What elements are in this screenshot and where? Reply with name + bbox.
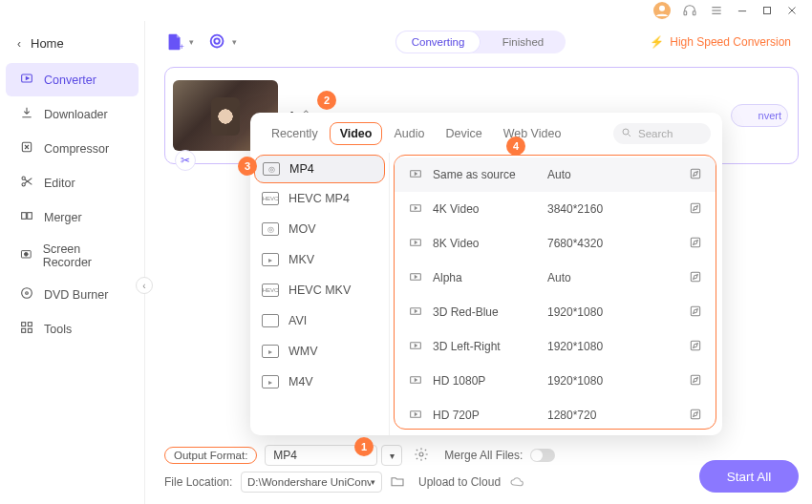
- convert-button[interactable]: nvert: [731, 104, 788, 127]
- tab-audio[interactable]: Audio: [384, 123, 434, 144]
- edit-preset-icon[interactable]: [689, 167, 702, 183]
- svg-marker-50: [415, 378, 417, 381]
- annotation-badge-4: 4: [506, 136, 525, 156]
- sidebar-item-label: DVD Burner: [44, 288, 108, 302]
- video-icon: [408, 338, 423, 356]
- resolution-item[interactable]: 4K Video3840*2160: [395, 192, 716, 226]
- tab-device[interactable]: Device: [436, 123, 491, 144]
- svg-rect-33: [691, 169, 699, 178]
- window-maximize-button[interactable]: [760, 3, 774, 18]
- resolution-item[interactable]: AlphaAuto: [395, 261, 716, 295]
- sidebar-item-editor[interactable]: Editor: [6, 166, 139, 200]
- format-popup: Recently Video Audio Device Web Video Se…: [250, 113, 722, 435]
- format-item-mkv[interactable]: ▸MKV: [250, 244, 389, 275]
- edit-preset-icon[interactable]: [689, 408, 702, 424]
- format-icon: ▸: [262, 375, 279, 388]
- popup-search[interactable]: Search: [613, 123, 711, 144]
- sidebar-item-dvd-burner[interactable]: DVD Burner: [6, 278, 139, 311]
- edit-preset-icon[interactable]: [689, 201, 702, 218]
- svg-point-14: [22, 177, 25, 179]
- window-minimize-button[interactable]: [736, 3, 749, 18]
- trim-button[interactable]: ✂: [175, 150, 196, 171]
- resolution-item[interactable]: 3D Red-Blue1920*1080: [395, 295, 716, 329]
- format-icon: ◎: [263, 162, 280, 176]
- svg-marker-32: [415, 172, 417, 175]
- sidebar-item-converter[interactable]: Converter: [6, 63, 139, 96]
- format-item-hevc-mkv[interactable]: HEVCHEVC MKV: [250, 275, 389, 305]
- home-nav[interactable]: ‹ Home: [0, 31, 144, 62]
- sidebar-item-label: Screen Recorder: [43, 242, 125, 269]
- tab-video[interactable]: Video: [330, 122, 383, 145]
- format-icon: [262, 314, 279, 327]
- compressor-icon: [19, 139, 34, 158]
- merge-toggle[interactable]: [530, 449, 555, 462]
- user-avatar[interactable]: [653, 2, 671, 19]
- edit-preset-icon[interactable]: [689, 270, 702, 286]
- format-item-mp4[interactable]: ◎MP4: [254, 155, 385, 183]
- format-icon: ▸: [262, 253, 279, 266]
- high-speed-label: High Speed Conversion: [670, 35, 791, 49]
- format-item-m4v[interactable]: ▸M4V: [250, 367, 389, 397]
- format-list: ◎MP4 HEVCHEVC MP4 ◎MOV ▸MKV HEVCHEVC MKV…: [250, 153, 390, 435]
- toolbar: + ▾ ▾ Converting Finished ⚡ High Speed C…: [164, 31, 799, 53]
- add-url-icon[interactable]: [207, 32, 228, 52]
- sidebar-item-label: Tools: [44, 323, 72, 336]
- folder-icon[interactable]: [390, 473, 405, 492]
- format-item-mov[interactable]: ◎MOV: [250, 214, 389, 244]
- seg-finished[interactable]: Finished: [481, 31, 566, 53]
- svg-marker-38: [415, 241, 417, 243]
- format-item-avi[interactable]: AVI: [250, 305, 389, 336]
- add-url-caret[interactable]: ▾: [232, 37, 237, 47]
- titlebar: [0, 0, 812, 21]
- edit-preset-icon[interactable]: [689, 236, 702, 252]
- high-speed-toggle[interactable]: ⚡ High Speed Conversion: [642, 32, 799, 52]
- sidebar-item-compressor[interactable]: Compressor: [6, 132, 139, 165]
- tab-recently[interactable]: Recently: [262, 123, 328, 144]
- add-file-icon[interactable]: +: [164, 32, 185, 52]
- svg-rect-24: [28, 328, 32, 332]
- format-item-hevc-mp4[interactable]: HEVCHEVC MP4: [250, 183, 389, 214]
- menu-icon[interactable]: [709, 3, 724, 18]
- resolution-item[interactable]: HD 720P1280*720: [395, 398, 716, 430]
- svg-point-13: [22, 183, 25, 186]
- edit-preset-icon[interactable]: [689, 304, 702, 321]
- headset-icon[interactable]: [682, 3, 697, 18]
- download-icon: [19, 105, 34, 123]
- sidebar-item-tools[interactable]: Tools: [6, 312, 139, 346]
- sidebar-item-downloader[interactable]: Downloader: [6, 97, 139, 131]
- video-icon: [408, 166, 423, 184]
- gear-icon[interactable]: [414, 447, 429, 465]
- window-close-button[interactable]: [785, 3, 799, 18]
- svg-point-18: [24, 253, 28, 257]
- svg-rect-15: [22, 213, 27, 220]
- resolution-item[interactable]: 3D Left-Right1920*1080: [395, 329, 716, 364]
- edit-preset-icon[interactable]: [689, 373, 702, 389]
- format-icon: HEVC: [262, 284, 279, 297]
- video-icon: [408, 304, 423, 322]
- video-icon: [408, 200, 423, 219]
- file-location-select[interactable]: D:\Wondershare UniConverter 1 ▾: [241, 472, 382, 493]
- cloud-icon[interactable]: [508, 473, 525, 492]
- add-file-caret[interactable]: ▾: [189, 37, 194, 47]
- resolution-item[interactable]: Same as sourceAuto: [395, 158, 716, 192]
- edit-preset-icon[interactable]: [689, 339, 702, 355]
- format-item-wmv[interactable]: ▸WMV: [250, 336, 389, 367]
- sidebar-item-screen-recorder[interactable]: Screen Recorder: [6, 235, 139, 277]
- tab-web-video[interactable]: Web Video: [494, 123, 571, 144]
- svg-rect-45: [691, 306, 699, 315]
- output-format-caret[interactable]: ▾: [381, 445, 402, 466]
- svg-point-0: [659, 6, 665, 11]
- sidebar-item-merger[interactable]: Merger: [6, 200, 139, 234]
- resolution-item[interactable]: 8K Video7680*4320: [395, 226, 716, 261]
- video-icon: [408, 407, 423, 425]
- merger-icon: [19, 208, 34, 226]
- sidebar-item-label: Compressor: [44, 142, 109, 156]
- svg-marker-47: [415, 344, 417, 346]
- svg-point-27: [214, 38, 220, 44]
- sidebar-item-label: Converter: [44, 74, 96, 87]
- start-all-button[interactable]: Start All: [699, 460, 799, 493]
- svg-point-28: [419, 452, 423, 456]
- svg-rect-23: [22, 328, 26, 332]
- resolution-item[interactable]: HD 1080P1920*1080: [395, 364, 716, 398]
- seg-converting[interactable]: Converting: [395, 31, 481, 53]
